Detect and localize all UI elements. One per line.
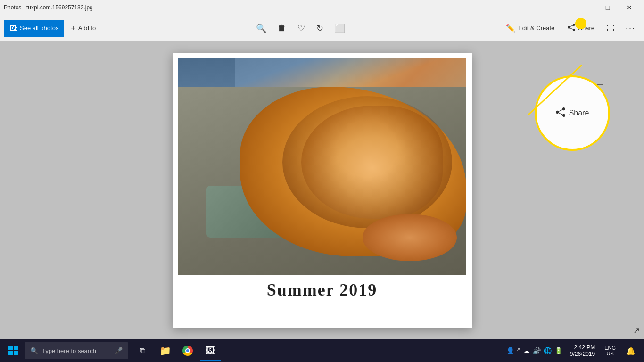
window-title: Photos - tuxpi.com.1569257132.jpg [4, 4, 93, 11]
svg-line-0 [528, 65, 582, 115]
file-explorer-button[interactable]: 📁 [155, 340, 175, 361]
see-all-photos-label: See all photos [20, 25, 58, 32]
photo-image [178, 58, 466, 275]
time-display: 2:42 PM [570, 344, 595, 351]
notification-icon: 🔔 [626, 346, 636, 355]
delete-button[interactable]: 🗑 [273, 20, 291, 37]
task-view-button[interactable]: ⧉ [132, 340, 153, 361]
cloud-icon[interactable]: ☁ [523, 347, 530, 354]
toolbar-right: ✏️ Edit & Create Share ⛶ ··· [500, 20, 640, 37]
window-controls: – □ ✕ [575, 0, 640, 15]
annotation-share-label: Share [569, 109, 589, 117]
favorite-button[interactable]: ♡ [293, 20, 310, 37]
share-label: Share [578, 25, 594, 32]
add-icon: + [71, 24, 75, 33]
notification-button[interactable]: 🔔 [621, 341, 640, 360]
photos-icon: 🖼 [9, 24, 17, 33]
rotate-button[interactable]: ↻ [312, 20, 328, 37]
cat-shadow [282, 96, 452, 228]
fit-icon: ⛶ [607, 24, 614, 33]
windows-logo [8, 346, 18, 355]
date-display: 9/26/2019 [570, 351, 595, 357]
chrome-button[interactable] [177, 340, 198, 361]
rotate-icon: ↻ [316, 23, 323, 33]
crop-button[interactable]: ⬜ [330, 20, 350, 37]
delete-icon: 🗑 [278, 23, 286, 33]
start-button[interactable] [4, 341, 23, 360]
photo-frame: Summer 2019 [173, 53, 472, 328]
minimize-button[interactable]: – [575, 0, 597, 15]
tray-icons: 👤 ^ ☁ 🔊 🌐 🔋 [506, 347, 562, 354]
main-content: Summer 2019 — Share ↗ [0, 41, 644, 339]
annotation-share-icon [556, 107, 565, 119]
photo-caption: Summer 2019 [178, 275, 466, 300]
battery-icon[interactable]: 🔋 [554, 347, 562, 354]
edit-icon: ✏️ [506, 24, 515, 33]
toolbar: 🖼 See all photos + Add to 🔍 🗑 ♡ ↻ ⬜ ✏️ E… [0, 15, 644, 41]
see-all-photos-button[interactable]: 🖼 See all photos [4, 20, 64, 37]
search-icon: 🔍 [30, 347, 38, 354]
more-icon: ··· [626, 23, 636, 33]
language-display: ENG [604, 345, 616, 351]
crop-icon: ⬜ [335, 23, 345, 33]
fit-window-button[interactable]: ⛶ [602, 20, 619, 37]
expand-button[interactable]: ↗ [633, 325, 640, 336]
search-placeholder: Type here to search [42, 347, 96, 354]
share-button[interactable]: Share [562, 20, 600, 37]
title-bar: Photos - tuxpi.com.1569257132.jpg – □ ✕ [0, 0, 644, 15]
add-to-button[interactable]: + Add to [66, 20, 100, 37]
region-display: US [604, 351, 616, 356]
people-icon[interactable]: 👤 [506, 347, 514, 354]
system-tray: 👤 ^ ☁ 🔊 🌐 🔋 2:42 PM 9/26/2019 ENG US 🔔 [506, 341, 640, 360]
zoom-icon: 🔍 [256, 23, 266, 33]
photos-app-button[interactable]: 🖼 [200, 340, 221, 361]
more-button[interactable]: ··· [621, 20, 640, 37]
add-to-label: Add to [78, 25, 96, 32]
annotation-line [455, 41, 644, 173]
annotation-circle: — Share [535, 75, 610, 151]
chevron-up-icon[interactable]: ^ [517, 347, 520, 354]
network-icon[interactable]: 🌐 [544, 347, 552, 354]
taskbar-apps: ⧉ 📁 🖼 [132, 340, 221, 361]
tooltip-close: — [597, 81, 603, 88]
mic-icon: 🎤 [115, 347, 123, 354]
edit-create-button[interactable]: ✏️ Edit & Create [500, 20, 560, 37]
zoom-in-button[interactable]: 🔍 [251, 20, 271, 37]
speakers-icon[interactable]: 🔊 [533, 347, 541, 354]
taskbar: 🔍 Type here to search 🎤 ⧉ 📁 🖼 👤 ^ ☁ 🔊 🌐 … [0, 339, 644, 362]
edit-create-label: Edit & Create [518, 25, 554, 32]
maximize-button[interactable]: □ [597, 0, 619, 15]
taskbar-search-bar[interactable]: 🔍 Type here to search 🎤 [25, 342, 128, 359]
language-region[interactable]: ENG US [603, 345, 618, 356]
cat-paw [363, 214, 457, 261]
system-clock[interactable]: 2:42 PM 9/26/2019 [566, 344, 599, 357]
annotation-circle-content: — Share [556, 107, 589, 119]
share-icon [568, 24, 575, 33]
close-button[interactable]: ✕ [619, 0, 640, 15]
heart-icon: ♡ [297, 23, 305, 33]
